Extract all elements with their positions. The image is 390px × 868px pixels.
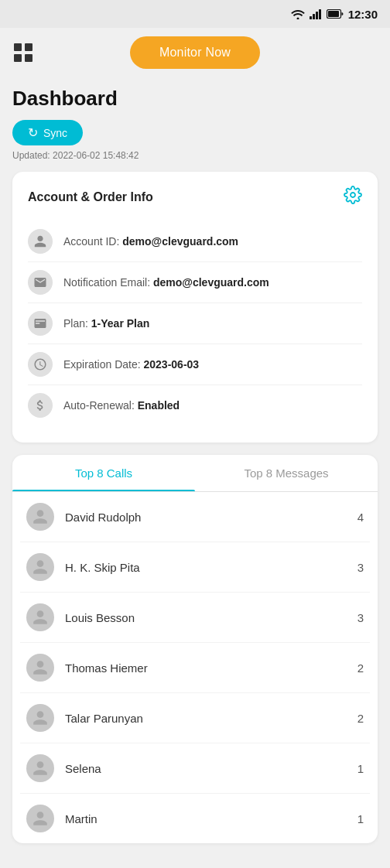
tab-calls[interactable]: Top 8 Calls	[12, 455, 195, 491]
main-content: Dashboard ↻ Sync Updated: 2022-06-02 15:…	[0, 77, 390, 856]
account-card: Account & Order Info Account ID: demo@cl…	[12, 172, 378, 443]
svg-rect-2	[316, 12, 318, 19]
top-bar: Monitor Now	[0, 28, 390, 77]
contact-row: David Rudolph 4	[20, 492, 370, 542]
account-card-title: Account & Order Info	[28, 190, 153, 204]
status-bar: 12:30	[0, 0, 390, 28]
contact-row: Thomas Hiemer 2	[20, 643, 370, 693]
account-card-header: Account & Order Info	[28, 186, 362, 209]
tabs-card: Top 8 Calls Top 8 Messages David Rudolph…	[12, 455, 378, 843]
contact-row: H. K. Skip Pita 3	[20, 542, 370, 593]
sync-label: Sync	[43, 127, 67, 139]
plan-text: Plan: 1-Year Plan	[63, 317, 149, 330]
email-icon	[28, 270, 53, 295]
contact-row: Louis Besson 3	[20, 593, 370, 643]
contact-count: 3	[348, 561, 364, 574]
wifi-icon	[291, 9, 305, 19]
contact-name: Louis Besson	[65, 611, 337, 624]
status-time: 12:30	[348, 8, 378, 21]
svg-rect-5	[328, 11, 339, 17]
monitor-now-button[interactable]: Monitor Now	[130, 36, 260, 69]
notification-email-row: Notification Email: demo@clevguard.com	[28, 262, 362, 303]
tab-header: Top 8 Calls Top 8 Messages	[12, 455, 378, 492]
battery-icon	[327, 9, 344, 19]
contact-name: Thomas Hiemer	[65, 661, 337, 675]
clock-icon	[28, 352, 53, 377]
sync-icon: ↻	[28, 125, 38, 140]
person-icon	[28, 229, 53, 254]
signal-icon	[310, 9, 322, 19]
auto-renewal-row: Auto-Renewal: Enabled	[28, 385, 362, 425]
svg-rect-1	[313, 14, 315, 19]
account-id-text: Account ID: demo@clevguard.com	[63, 235, 238, 248]
updated-text: Updated: 2022-06-02 15:48:42	[12, 150, 378, 161]
avatar	[26, 754, 54, 782]
page-title: Dashboard	[12, 87, 378, 111]
contact-row: Talar Parunyan 2	[20, 693, 370, 743]
contact-name: Selena	[65, 762, 337, 775]
contact-row: Selena 1	[20, 743, 370, 794]
avatar	[26, 603, 54, 631]
gear-icon[interactable]	[344, 186, 362, 209]
contact-name: H. K. Skip Pita	[65, 561, 337, 574]
contact-name: Martin	[65, 812, 337, 825]
avatar	[26, 654, 54, 682]
sync-button[interactable]: ↻ Sync	[12, 120, 83, 145]
plan-row: Plan: 1-Year Plan	[28, 303, 362, 344]
contact-count: 4	[348, 511, 364, 524]
contact-count: 3	[348, 611, 364, 624]
expiration-row: Expiration Date: 2023-06-03	[28, 344, 362, 385]
contact-count: 1	[348, 812, 364, 825]
avatar	[26, 553, 54, 581]
contact-count: 1	[348, 762, 364, 775]
avatar	[26, 704, 54, 732]
notification-email-text: Notification Email: demo@clevguard.com	[63, 276, 269, 289]
contact-list: David Rudolph 4 H. K. Skip Pita 3 Louis …	[12, 492, 378, 843]
account-id-row: Account ID: demo@clevguard.com	[28, 221, 362, 262]
contact-row: Martin 1	[20, 794, 370, 843]
auto-renewal-text: Auto-Renewal: Enabled	[63, 399, 180, 412]
contact-name: David Rudolph	[65, 511, 337, 524]
grid-icon[interactable]	[14, 43, 32, 62]
avatar	[26, 805, 54, 832]
avatar	[26, 503, 54, 531]
tab-messages[interactable]: Top 8 Messages	[195, 455, 378, 491]
dollar-icon	[28, 393, 53, 418]
expiration-text: Expiration Date: 2023-06-03	[63, 358, 199, 371]
svg-rect-3	[319, 9, 321, 19]
contact-count: 2	[348, 661, 364, 675]
contact-count: 2	[348, 712, 364, 725]
contact-name: Talar Parunyan	[65, 712, 337, 725]
status-icons: 12:30	[291, 8, 378, 21]
plan-icon	[28, 311, 53, 336]
svg-rect-0	[310, 16, 312, 19]
